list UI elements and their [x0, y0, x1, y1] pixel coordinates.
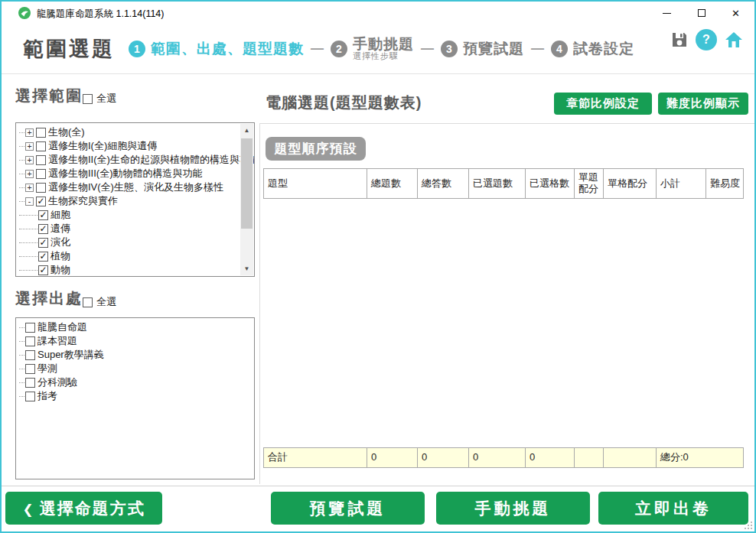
tree-label: 選修生物IV(全)生態、演化及生物多樣性	[48, 180, 223, 194]
source-section-title: 選擇出處	[15, 288, 83, 309]
app-window: 龍騰題庫命題系統 1.1.14(114) ✕ 範圍選題 1 範圍、出處、題型題數…	[0, 0, 756, 533]
column-header: 已選格數	[526, 169, 575, 198]
source-label: Super教學講義	[37, 348, 104, 362]
computer-selection-title: 電腦選題(題型題數表)	[266, 93, 422, 113]
list-item[interactable]: Super教學講義	[19, 348, 254, 362]
source-checkbox[interactable]	[25, 364, 35, 374]
list-item[interactable]: 分科測驗	[19, 375, 254, 389]
list-item[interactable]: 課本習題	[19, 334, 254, 348]
bottom-divider	[2, 486, 754, 486]
tree-checkbox[interactable]	[36, 155, 46, 165]
source-checkbox[interactable]	[25, 336, 35, 346]
expand-icon[interactable]: +	[25, 128, 34, 137]
header-divider	[2, 73, 754, 74]
resize-grip[interactable]	[745, 522, 752, 529]
tree-label: 生物(全)	[48, 125, 85, 139]
tree-checkbox[interactable]	[36, 183, 46, 193]
difficulty-ratio-button[interactable]: 難度比例顯示	[658, 93, 748, 115]
step-2-label: 手動挑題	[353, 37, 414, 52]
expand-icon[interactable]: +	[25, 156, 34, 164]
list-item[interactable]: 龍騰自命題	[19, 320, 254, 334]
tree-checkbox[interactable]	[36, 169, 46, 179]
total-score-value: 總分:0	[657, 448, 743, 467]
source-checkbox[interactable]	[25, 378, 35, 388]
range-select-all-label: 全選	[96, 92, 116, 106]
page-title: 範圍選題	[23, 35, 115, 63]
step-separator: —	[421, 41, 434, 57]
maximize-button[interactable]	[684, 2, 719, 24]
minimize-button[interactable]	[650, 2, 684, 24]
source-select-all-checkbox[interactable]	[83, 297, 93, 307]
expand-icon[interactable]: +	[25, 184, 34, 192]
source-checkbox[interactable]	[25, 392, 35, 401]
chapter-ratio-button[interactable]: 章節比例設定	[554, 93, 652, 115]
source-label: 龍騰自命題	[37, 320, 87, 334]
step-3-circle: 3	[441, 41, 458, 57]
save-icon[interactable]	[670, 31, 689, 49]
list-item[interactable]: 指考	[19, 389, 254, 403]
tree-item[interactable]: 動物	[19, 263, 254, 277]
preview-questions-button[interactable]: 預覽試題	[271, 492, 425, 525]
tree-connector	[19, 132, 24, 133]
help-icon[interactable]: ?	[696, 29, 717, 50]
source-checkbox[interactable]	[25, 323, 35, 333]
tree-item[interactable]: 細胞	[19, 208, 254, 222]
scroll-down-icon[interactable]: ▼	[240, 262, 253, 275]
question-order-button[interactable]: 題型順序預設	[266, 137, 366, 161]
source-label: 指考	[37, 389, 57, 403]
tree-label: 選修生物II(全)生命的起源與植物體的構造與功能	[48, 153, 255, 167]
expand-icon[interactable]: +	[25, 170, 34, 178]
range-select-all-checkbox[interactable]	[83, 94, 93, 104]
panel-divider-horizontal	[259, 123, 756, 124]
tree-label: 植物	[51, 249, 70, 263]
tree-checkbox[interactable]	[36, 141, 46, 151]
tree-checkbox[interactable]	[38, 210, 48, 220]
step-3-label: 預覽試題	[463, 39, 524, 59]
tree-item[interactable]: 植物	[19, 249, 254, 263]
tree-label: 生物探究與實作	[48, 194, 118, 208]
column-header: 單格配分	[604, 169, 657, 198]
column-header: 總答數	[418, 169, 469, 198]
tree-item[interactable]: +選修生物IV(全)生態、演化及生物多樣性	[19, 180, 254, 194]
manual-pick-button[interactable]: 手動挑題	[436, 492, 590, 525]
source-list-rows: 龍騰自命題 課本習題 Super教學講義 學測 分科測驗 指考	[16, 318, 254, 403]
tree-connector	[19, 341, 24, 342]
selected-cells-value: 0	[526, 448, 575, 467]
close-icon: ✕	[732, 8, 740, 18]
tree-item[interactable]: 遺傳	[19, 222, 254, 236]
scroll-up-icon[interactable]: ▲	[240, 124, 253, 137]
source-select-all-label: 全選	[96, 295, 116, 309]
tree-checkbox[interactable]	[38, 252, 48, 262]
tree-checkbox[interactable]	[38, 224, 48, 234]
range-tree: +生物(全) +選修生物I(全)細胞與遺傳 +選修生物II(全)生命的起源與植物…	[15, 122, 255, 277]
expand-icon[interactable]: +	[25, 142, 34, 151]
tree-checkbox[interactable]	[36, 197, 46, 206]
source-select-all[interactable]: 全選	[83, 295, 116, 309]
tree-item[interactable]: -生物探究與實作	[19, 194, 254, 208]
column-header: 難易度	[706, 169, 743, 198]
column-header: 題型	[264, 169, 367, 198]
list-item[interactable]: 學測	[19, 362, 254, 375]
header-toolbar: ?	[670, 29, 744, 50]
range-select-all[interactable]: 全選	[83, 92, 116, 106]
tree-item[interactable]: +選修生物III(全)動物體的構造與功能	[19, 167, 254, 180]
generate-paper-button[interactable]: 立即出卷	[598, 492, 748, 525]
scrollbar-thumb[interactable]	[241, 138, 253, 229]
tree-item[interactable]: +選修生物I(全)細胞與遺傳	[19, 139, 254, 153]
tree-checkbox[interactable]	[38, 238, 48, 248]
step-1-label: 範圍、出處、題型題數	[151, 39, 304, 59]
step-4-paper-settings: 4 試卷設定	[551, 39, 634, 59]
range-tree-scrollbar[interactable]: ▲ ▼	[240, 124, 253, 275]
source-checkbox[interactable]	[25, 350, 35, 360]
tree-checkbox[interactable]	[36, 128, 46, 138]
app-logo-icon	[18, 7, 31, 19]
home-icon[interactable]	[724, 30, 744, 50]
tree-item[interactable]: 演化	[19, 236, 254, 249]
tree-item[interactable]: +生物(全)	[19, 125, 254, 139]
tree-item[interactable]: +選修生物II(全)生命的起源與植物體的構造與功能	[19, 153, 254, 167]
collapse-icon[interactable]: -	[25, 197, 34, 206]
maximize-icon	[698, 9, 705, 17]
close-button[interactable]: ✕	[719, 2, 753, 24]
back-to-mode-button[interactable]: ❮選擇命題方式	[5, 492, 162, 525]
tree-checkbox[interactable]	[38, 265, 48, 275]
